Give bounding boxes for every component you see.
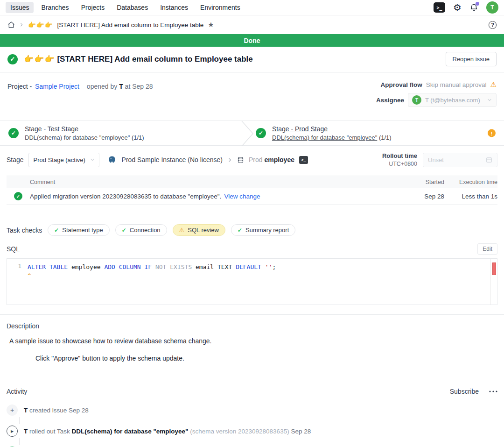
gear-icon[interactable] — [453, 3, 462, 13]
project-line: Project - Sample Project opened by T at … — [7, 80, 153, 111]
user-avatar[interactable]: T — [486, 1, 498, 14]
stage-bar: Stage Prod Stage (active) Prod Sample In… — [0, 146, 504, 167]
activity-item-created: T created issue Sep 28 — [7, 404, 497, 416]
assignee-label: Assignee — [376, 97, 404, 104]
stage-divider-chevron — [241, 121, 254, 148]
issue-header: 👉👉👉 [START HERE] Add email column to Emp… — [0, 47, 504, 73]
stages-strip: Stage - Test Stage DDL(schema) for datab… — [0, 121, 504, 146]
stage-test-title[interactable]: Stage - Test Stage — [25, 125, 144, 133]
tab-issues[interactable]: Issues — [6, 2, 34, 13]
stage-prod-subtitle[interactable]: DDL(schema) for database "employee" (1/1… — [272, 134, 392, 141]
assignee-select[interactable]: T T (t@bytebase.com) — [408, 93, 497, 107]
assignee-row: Assignee T T (t@bytebase.com) — [376, 93, 497, 107]
check-summary-report[interactable]: Summary report — [231, 224, 295, 236]
activity-section: Activity Subscribe T created issue Sep 2… — [0, 388, 504, 447]
stage-prod-check-icon — [256, 128, 266, 138]
project-label: Project - — [7, 83, 32, 90]
bell-icon[interactable] — [469, 3, 478, 12]
tab-branches[interactable]: Branches — [36, 2, 73, 13]
sql-code-area[interactable]: ALTER TABLE employee ADD COLUMN IF NOT E… — [28, 259, 490, 305]
stage-alert-icon[interactable] — [488, 129, 496, 137]
help-icon[interactable] — [489, 21, 497, 29]
nav-right-icons: T — [434, 1, 498, 14]
tab-environments[interactable]: Environments — [196, 2, 245, 13]
row-success-check-icon — [14, 192, 22, 200]
task-run-table: Comment Started Execution time Applied m… — [7, 176, 497, 205]
approval-flow-row: Approval flow Skip manual approval — [376, 80, 497, 89]
header-execution-time: Execution time — [455, 179, 497, 185]
tab-instances[interactable]: Instances — [155, 2, 193, 13]
issue-done-check-icon — [7, 54, 18, 64]
meta-right: Approval flow Skip manual approval Assig… — [376, 80, 497, 111]
opened-by-text: opened by T at Sep 28 — [87, 83, 153, 90]
check-connection[interactable]: Connection — [115, 224, 167, 236]
calendar-icon — [486, 156, 492, 163]
stage-select[interactable]: Prod Stage (active) — [28, 153, 99, 167]
section-divider — [0, 379, 504, 379]
more-options-icon[interactable] — [489, 390, 497, 392]
activity-connector — [19, 417, 20, 424]
stage-card-test[interactable]: Stage - Test Stage DDL(schema) for datab… — [8, 121, 144, 145]
stage-card-prod[interactable]: Stage - Prod Stage DDL(schema) for datab… — [256, 121, 392, 145]
status-banner: Done — [0, 34, 504, 47]
line-number-gutter: 1 — [7, 259, 28, 305]
header-started: Started — [414, 179, 444, 185]
issue-title: 👉👉👉 [START HERE] Add email column to Emp… — [24, 54, 253, 64]
sql-header: SQL Edit — [7, 243, 497, 255]
stage-select-value: Prod Stage (active) — [34, 156, 85, 163]
instance-link[interactable]: Prod Sample Instance (No license) — [122, 156, 223, 163]
activity-actions: Subscribe — [450, 388, 497, 395]
view-change-link[interactable]: View change — [224, 193, 260, 200]
pointer-emoji: 👉👉👉 — [28, 21, 53, 28]
stage-test-subtitle[interactable]: DDL(schema) for database "employee" (1/1… — [25, 134, 144, 141]
notification-dot — [476, 2, 479, 6]
assignee-avatar: T — [412, 95, 421, 105]
sql-section: SQL Edit 1 ALTER TABLE employee ADD COLU… — [0, 243, 504, 305]
activity-list: T created issue Sep 28 T rolled out Task… — [7, 404, 497, 447]
project-link[interactable]: Sample Project — [35, 83, 79, 90]
approval-flow-label: Approval flow — [380, 81, 422, 88]
sql-review-caret-marker: ^ — [28, 271, 490, 280]
reopen-issue-button[interactable]: Reopen issue — [446, 52, 497, 66]
sql-editor[interactable]: 1 ALTER TABLE employee ADD COLUMN IF NOT… — [7, 258, 497, 305]
tab-databases[interactable]: Databases — [112, 2, 153, 13]
description-line-1: A sample issue to showcase how to review… — [9, 337, 497, 345]
rollout-time-label: Rollout time — [382, 152, 417, 159]
database-link[interactable]: Prod employee — [249, 156, 294, 163]
top-nav: Issues Branches Projects Databases Insta… — [0, 0, 504, 15]
chevron-down-icon — [487, 97, 492, 103]
check-success-icon — [238, 227, 242, 234]
check-sql-review[interactable]: SQL review — [173, 224, 225, 236]
rollout-time-input[interactable]: Unset — [423, 153, 497, 167]
header-comment: Comment — [30, 179, 414, 185]
ruler-error-marker — [492, 263, 496, 275]
subscribe-button[interactable]: Subscribe — [450, 388, 479, 395]
editor-overview-ruler[interactable] — [490, 259, 497, 305]
stage-prod-title[interactable]: Stage - Prod Stage — [272, 125, 392, 133]
star-icon[interactable] — [208, 21, 214, 29]
table-header: Comment Started Execution time — [7, 176, 497, 188]
sql-statement-line: ALTER TABLE employee ADD COLUMN IF NOT E… — [28, 263, 490, 271]
activity-header: Activity Subscribe — [7, 388, 497, 395]
issue-meta: Project - Sample Project opened by T at … — [0, 73, 504, 111]
play-circle-icon — [7, 426, 18, 437]
activity-connector — [19, 438, 20, 445]
description-section: Description A sample issue to showcase h… — [0, 322, 504, 362]
pointer-emoji: 👉👉👉 — [24, 55, 55, 64]
rollout-labels: Rollout time UTC+0800 — [382, 152, 417, 167]
open-in-sql-editor-icon[interactable] — [299, 156, 308, 164]
tab-projects[interactable]: Projects — [77, 2, 110, 13]
sql-editor-terminal-icon[interactable] — [434, 2, 445, 13]
chevron-down-icon — [90, 157, 95, 163]
breadcrumb-title[interactable]: [START HERE] Add email column to Employe… — [57, 21, 204, 28]
postgres-icon — [108, 156, 116, 164]
stage-select-label: Stage — [7, 156, 24, 163]
assignee-value: T (t@bytebase.com) — [425, 97, 480, 104]
nav-tabs: Issues Branches Projects Databases Insta… — [6, 2, 245, 13]
check-statement-type[interactable]: Statement type — [48, 224, 110, 236]
sql-edit-button[interactable]: Edit — [477, 243, 497, 255]
row-comment-cell: Applied migration version 20230928083635… — [30, 193, 414, 200]
sql-label: SQL — [7, 245, 20, 253]
description-line-2: Click "Approve" button to apply the sche… — [35, 355, 497, 362]
home-icon[interactable] — [7, 21, 15, 28]
